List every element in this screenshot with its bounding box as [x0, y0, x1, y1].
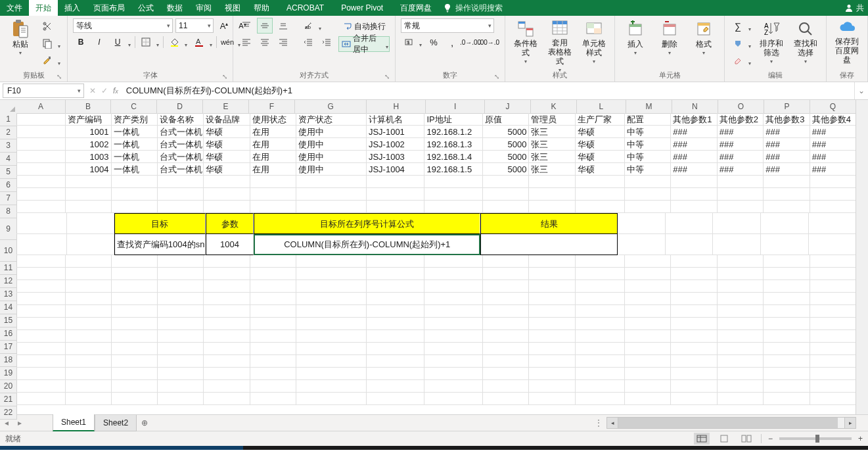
row-header-8[interactable]: 8 — [0, 205, 16, 218]
cell[interactable]: 192.168.1.3 — [424, 138, 483, 151]
cell[interactable] — [718, 201, 764, 213]
cell[interactable] — [16, 138, 66, 151]
cell[interactable]: 资产编码 — [66, 113, 112, 126]
cell[interactable] — [764, 176, 810, 188]
cell[interactable] — [529, 268, 575, 280]
col-header-I[interactable]: I — [426, 100, 485, 113]
cell[interactable] — [367, 330, 425, 343]
cell[interactable]: 在用 — [250, 151, 296, 163]
cell[interactable] — [250, 305, 296, 318]
cell[interactable] — [718, 368, 764, 380]
cell[interactable]: 在用 — [250, 163, 296, 176]
cell[interactable]: ### — [764, 163, 810, 176]
cell[interactable]: 192.168.1.4 — [424, 151, 483, 163]
col-header-Q[interactable]: Q — [810, 100, 856, 113]
tab-insert[interactable]: 插入 — [58, 0, 87, 16]
cell[interactable]: 192.168.1.2 — [424, 126, 483, 138]
accounting-format-button[interactable]: $ — [401, 34, 423, 50]
col-header-B[interactable]: B — [66, 100, 111, 113]
cell[interactable] — [296, 188, 367, 201]
page-break-view-button[interactable] — [739, 433, 754, 445]
cell[interactable]: 查找资产编码1004的sn — [114, 234, 206, 255]
cell[interactable] — [16, 368, 66, 380]
cell[interactable] — [158, 255, 204, 268]
cell[interactable]: COLUMN(目标所在列)-COLUMN(起始列)+1 — [254, 234, 480, 255]
cell[interactable] — [424, 255, 483, 268]
cell[interactable]: 华硕 — [204, 163, 250, 176]
cell[interactable]: 使用中 — [296, 126, 367, 138]
cell[interactable] — [296, 393, 367, 405]
cell[interactable] — [625, 330, 671, 343]
cell[interactable]: 结果 — [480, 213, 618, 234]
cell[interactable] — [671, 305, 717, 318]
cell[interactable] — [625, 380, 671, 393]
cell[interactable] — [576, 176, 625, 188]
cell[interactable] — [158, 368, 204, 380]
cell[interactable] — [367, 355, 425, 368]
cell[interactable]: 目标 — [114, 213, 206, 234]
cancel-formula-button[interactable]: ✕ — [89, 86, 96, 95]
col-header-D[interactable]: D — [157, 100, 203, 113]
row-header-9[interactable]: 9 — [0, 218, 16, 240]
delete-cells-button[interactable]: 删除▾ — [654, 18, 685, 64]
find-select-button[interactable]: 查找和选择▾ — [790, 18, 821, 64]
cell[interactable] — [483, 330, 529, 343]
cell[interactable] — [764, 355, 810, 368]
cell[interactable] — [764, 293, 810, 305]
cell[interactable]: 参数 — [206, 213, 254, 234]
cell[interactable]: JSJ-1004 — [367, 163, 425, 176]
cell[interactable] — [158, 293, 204, 305]
cell[interactable]: 一体机 — [112, 126, 158, 138]
row-header-13[interactable]: 13 — [0, 288, 16, 301]
cell[interactable] — [158, 280, 204, 293]
cell[interactable] — [66, 293, 112, 305]
cell-styles-button[interactable]: 单元格样式▾ — [579, 18, 609, 64]
cell[interactable] — [625, 318, 671, 330]
cell[interactable] — [718, 343, 764, 355]
zoom-handle[interactable] — [815, 435, 819, 443]
cell[interactable] — [718, 380, 764, 393]
cell[interactable]: JSJ-1001 — [367, 126, 425, 138]
cell[interactable] — [66, 318, 112, 330]
cell[interactable] — [204, 188, 250, 201]
cell[interactable] — [112, 201, 158, 213]
cell[interactable]: 一体机 — [112, 163, 158, 176]
cell[interactable] — [718, 255, 764, 268]
cell[interactable] — [250, 343, 296, 355]
cell[interactable] — [810, 393, 856, 405]
insert-function-button[interactable]: fx — [113, 86, 118, 95]
cell[interactable] — [112, 380, 158, 393]
tab-scroll-right[interactable]: ▸ — [18, 418, 22, 427]
cell[interactable] — [529, 343, 575, 355]
cell[interactable] — [529, 380, 575, 393]
cell[interactable] — [250, 176, 296, 188]
cell[interactable] — [16, 293, 66, 305]
row-header-7[interactable]: 7 — [0, 192, 16, 205]
cell[interactable] — [718, 188, 764, 201]
cell[interactable] — [250, 201, 296, 213]
row-header-14[interactable]: 14 — [0, 301, 16, 314]
name-box[interactable]: F10 — [3, 84, 84, 98]
cell[interactable] — [112, 330, 158, 343]
cell[interactable] — [112, 318, 158, 330]
cell[interactable] — [810, 343, 856, 355]
cell[interactable] — [16, 126, 66, 138]
row-header-10[interactable]: 10 — [0, 240, 16, 262]
cell[interactable]: ### — [764, 151, 810, 163]
cell[interactable] — [112, 355, 158, 368]
decrease-indent-button[interactable] — [300, 34, 316, 50]
select-all-button[interactable] — [0, 100, 17, 114]
cell[interactable]: 华硕 — [204, 126, 250, 138]
row-header-4[interactable]: 4 — [0, 153, 16, 166]
cell[interactable] — [625, 293, 671, 305]
cell[interactable] — [625, 176, 671, 188]
cell[interactable] — [576, 280, 625, 293]
cell[interactable]: 台式一体机 — [158, 163, 204, 176]
cell[interactable]: 管理员 — [529, 113, 575, 126]
row-header-17[interactable]: 17 — [0, 341, 16, 354]
cell[interactable] — [483, 305, 529, 318]
cell[interactable]: ### — [718, 126, 764, 138]
cell[interactable] — [424, 280, 483, 293]
cell[interactable] — [204, 318, 250, 330]
clipboard-launcher[interactable]: ⤡ — [57, 73, 62, 80]
